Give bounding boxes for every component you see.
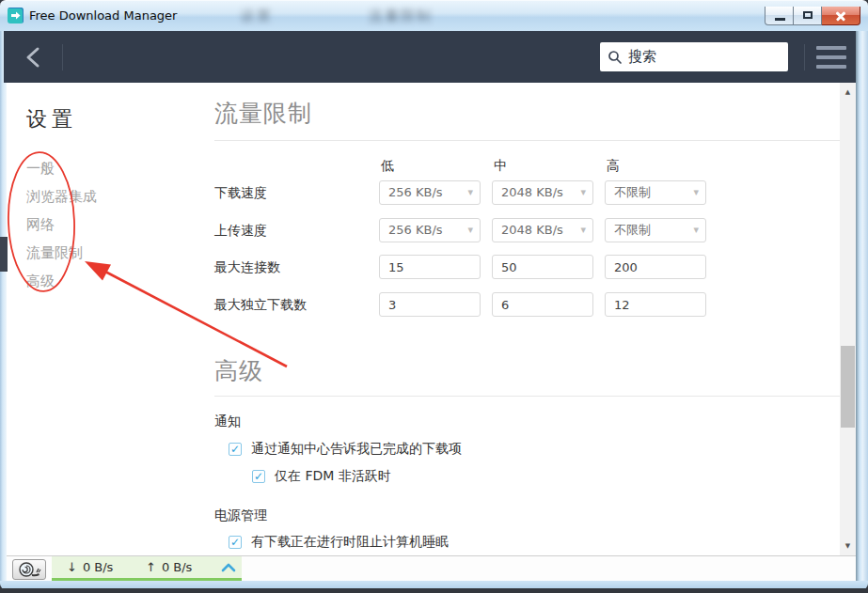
max-connections-medium-input[interactable] [492, 255, 593, 279]
collapse-chevron-icon[interactable] [219, 562, 238, 573]
upload-speed: ↑ 0 B/s [146, 560, 217, 574]
settings-nav: 一般 浏览器集成 网络 流量限制 高级 [26, 154, 97, 295]
row-label-download-speed: 下载速度 [214, 180, 267, 205]
notify-only-when-inactive-row: ✓ 仅在 FDM 非活跃时 [252, 468, 391, 485]
sidebar-item-traffic-limits[interactable]: 流量限制 [26, 239, 97, 267]
search-icon [608, 50, 623, 65]
search-placeholder: 搜索 [628, 48, 656, 66]
checkbox-label: 通过通知中心告诉我已完成的下载项 [251, 441, 462, 458]
window-border-right [856, 31, 868, 583]
toolbar-divider [804, 44, 805, 70]
chevron-down-icon: ▾ [580, 219, 586, 242]
upload-speed-low-dropdown[interactable]: 256 KB/s ▾ [379, 218, 481, 242]
download-arrow-icon: ↓ [67, 560, 77, 574]
column-header-low: 低 [381, 158, 394, 175]
chevron-down-icon: ▾ [467, 219, 473, 242]
page-title: 设置 [26, 105, 77, 133]
chevron-down-icon: ▾ [693, 219, 699, 242]
hamburger-icon [816, 46, 846, 50]
row-label-upload-speed: 上传速度 [214, 218, 267, 242]
window-border-left [0, 31, 7, 583]
hamburger-icon [816, 55, 846, 59]
notify-completed-downloads-row: ✓ 通过通知中心告诉我已完成的下载项 [229, 441, 462, 458]
dropdown-value: 2048 KB/s [501, 185, 563, 199]
checkbox-label: 仅在 FDM 非活跃时 [275, 468, 391, 485]
snail-icon [18, 562, 41, 578]
max-connections-high-input[interactable] [605, 255, 706, 279]
window-controls [765, 7, 860, 25]
dropdown-value: 256 KB/s [388, 223, 443, 237]
fdm-window: Free Download Manager 设置 流量限制 搜索 [0, 0, 868, 593]
scrollbar-thumb[interactable] [841, 346, 855, 428]
titlebar[interactable]: Free Download Manager 设置 流量限制 [0, 0, 868, 31]
ghost-tab-text: 流量限制 [369, 8, 433, 25]
upload-speed-value: 0 B/s [162, 560, 192, 574]
search-input[interactable]: 搜索 [600, 42, 788, 71]
sidebar-item-general[interactable]: 一般 [26, 154, 97, 182]
download-speed: ↓ 0 B/s [67, 560, 146, 574]
sidebar-item-network[interactable]: 网络 [26, 211, 97, 239]
minimize-icon [775, 18, 785, 21]
chevron-down-icon: ▾ [693, 181, 699, 204]
checkbox-checked[interactable]: ✓ [229, 536, 242, 549]
column-header-medium: 中 [494, 158, 507, 175]
group-heading-notifications: 通知 [214, 414, 241, 430]
settings-page: 设置 一般 浏览器集成 网络 流量限制 高级 流量限制 低 中 高 下载速度 2… [7, 83, 840, 555]
checkbox-label: 有下载正在进行时阻止计算机睡眠 [251, 534, 449, 551]
download-speed-medium-dropdown[interactable]: 2048 KB/s ▾ [492, 180, 593, 205]
sidebar-item-browser-integration[interactable]: 浏览器集成 [26, 182, 97, 211]
main-toolbar: 搜索 [4, 31, 856, 83]
chevron-down-icon: ▾ [467, 181, 473, 204]
column-header-high: 高 [607, 158, 620, 175]
section-divider [214, 396, 840, 397]
section-title-advanced: 高级 [214, 355, 263, 386]
download-speed-value: 0 B/s [83, 560, 113, 574]
sidebar-item-advanced[interactable]: 高级 [26, 267, 97, 295]
max-downloads-medium-input[interactable] [492, 292, 593, 317]
dropdown-value: 不限制 [614, 223, 651, 237]
vertical-scrollbar[interactable]: ▲ ▼ [840, 83, 856, 555]
checkbox-checked[interactable]: ✓ [252, 470, 265, 483]
fdm-logo-icon [8, 8, 24, 23]
download-speed-high-dropdown[interactable]: 不限制 ▾ [605, 180, 706, 205]
group-heading-power-management: 电源管理 [214, 507, 267, 524]
window-title: Free Download Manager [29, 8, 177, 23]
section-divider [214, 140, 840, 141]
upload-speed-high-dropdown[interactable]: 不限制 ▾ [605, 218, 706, 242]
row-label-max-connections: 最大连接数 [214, 255, 280, 279]
max-downloads-low-input[interactable] [379, 292, 481, 317]
section-title-traffic-limits: 流量限制 [214, 98, 312, 129]
scroll-up-button[interactable]: ▲ [840, 85, 856, 100]
back-button[interactable] [21, 44, 49, 70]
dropdown-value: 256 KB/s [388, 185, 443, 199]
max-downloads-high-input[interactable] [605, 292, 706, 317]
dropdown-value: 2048 KB/s [501, 223, 563, 237]
maximize-icon [803, 11, 813, 19]
close-button[interactable] [822, 7, 860, 25]
snail-mode-button[interactable] [12, 559, 46, 580]
prevent-sleep-row: ✓ 有下载正在进行时阻止计算机睡眠 [229, 534, 449, 551]
menu-button[interactable] [816, 46, 846, 69]
row-label-max-downloads: 最大独立下载数 [214, 292, 307, 317]
ghost-tab-text: 设置 [241, 8, 273, 25]
maximize-button[interactable] [794, 7, 822, 25]
upload-arrow-icon: ↑ [146, 560, 156, 574]
dropdown-value: 不限制 [614, 185, 651, 199]
checkbox-checked[interactable]: ✓ [229, 443, 242, 456]
background-strip [0, 588, 868, 593]
back-chevron-icon [21, 44, 49, 70]
statusbar: ↓ 0 B/s ↑ 0 B/s [7, 555, 856, 581]
upload-speed-medium-dropdown[interactable]: 2048 KB/s ▾ [492, 218, 593, 242]
hamburger-icon [816, 65, 846, 69]
toolbar-divider [62, 44, 63, 70]
max-connections-low-input[interactable] [379, 255, 481, 279]
scroll-down-button[interactable]: ▼ [840, 538, 856, 554]
minimize-button[interactable] [765, 7, 794, 25]
background-window-fragment [0, 237, 8, 272]
speed-panel[interactable]: ↓ 0 B/s ↑ 0 B/s [52, 556, 242, 581]
chevron-down-icon: ▾ [580, 181, 586, 204]
download-speed-low-dropdown[interactable]: 256 KB/s ▾ [379, 180, 481, 205]
